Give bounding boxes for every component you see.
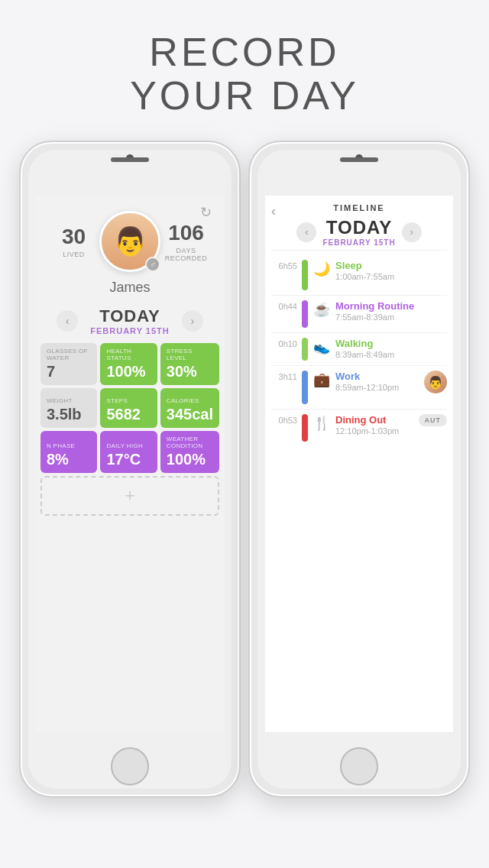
stat-water[interactable]: GLASSES OF WATER 7 (40, 343, 97, 385)
phone-inner-right: ‹ TIMELINE ‹ TODAY FEBRUARY 15TH › (257, 150, 461, 789)
entry-content-walking: Walking 8:39am-8:49am (335, 338, 447, 359)
work-icon: 💼 (313, 371, 331, 388)
add-tile[interactable]: + (40, 476, 219, 516)
list-item[interactable]: 0h44 ☕ Morning Routine 7:55am-8:39am (265, 296, 453, 332)
entry-content-morning: Morning Routine 7:55am-8:39am (335, 300, 447, 322)
right-phone: ‹ TIMELINE ‹ TODAY FEBRUARY 15TH › (248, 141, 470, 798)
auto-badge: AUT (419, 414, 448, 426)
prev-day-button[interactable]: ‹ (57, 310, 78, 332)
power-btn-left (239, 280, 241, 318)
walking-icon: 👟 (313, 338, 331, 355)
stat-calories[interactable]: CALORIES 345cal (160, 388, 219, 428)
stat-phase[interactable]: N PHASE 8% (40, 431, 97, 473)
gender-icon: ♂ (145, 257, 160, 272)
timeline-list: 6h55 🌙 Sleep 1:00am-7:55am 0h44 ☕ (265, 251, 453, 451)
home-button-right[interactable] (340, 747, 378, 785)
stat-stress[interactable]: STRESS LEVEL 30% (160, 343, 219, 385)
timeline-prev-button[interactable]: ‹ (296, 222, 316, 242)
entry-content-sleep: Sleep 1:00am-7:55am (335, 260, 447, 281)
refresh-button[interactable]: ↻ (195, 202, 216, 223)
speaker-left (111, 157, 149, 162)
dining-icon: 🍴 (313, 414, 331, 432)
entry-bar-dining (302, 414, 308, 442)
entry-content-dining: Dining Out 12:10pm-1:03pm (335, 414, 414, 436)
list-item[interactable]: 0h10 👟 Walking 8:39am-8:49am (265, 333, 453, 365)
entry-bar-morning (302, 300, 308, 328)
stat-recorded: 106 DAYS RECORDED (160, 221, 212, 262)
stat-daily-high[interactable]: DAILY HIGH 17°C (100, 431, 157, 473)
list-item[interactable]: 6h55 🌙 Sleep 1:00am-7:55am (265, 255, 453, 295)
back-button[interactable]: ‹ (271, 203, 276, 219)
stat-weather[interactable]: WEATHER CONDITION 100% (160, 431, 219, 473)
stat-lived: 30 LIVED (48, 225, 99, 258)
stat-health[interactable]: HEALTH STATUS 100% (100, 343, 157, 385)
entry-bar-sleep (302, 260, 308, 290)
today-nav: ‹ TODAY FEBRUARY 15TH › (36, 302, 224, 337)
volume-down-btn (19, 295, 21, 333)
entry-bar-walking (302, 338, 308, 361)
timeline-header: ‹ TIMELINE (265, 196, 453, 215)
stats-grid: GLASSES OF WATER 7 HEALTH STATUS 100% ST… (36, 337, 224, 476)
work-avatar: 👨 (424, 371, 447, 394)
entry-bar-work (302, 371, 308, 404)
phones-container: ↻ 30 LIVED 👨 ♂ (0, 141, 489, 798)
list-item[interactable]: 0h53 🍴 Dining Out 12:10pm-1:03pm AUT (265, 410, 453, 446)
list-item[interactable]: 3h11 💼 Work 8:59am-12:10pm 👨 (265, 366, 453, 409)
today-title: TODAY FEBRUARY 15TH (90, 306, 169, 335)
morning-icon: ☕ (313, 300, 331, 318)
volume-up-btn-right (248, 264, 250, 287)
left-phone: ↻ 30 LIVED 👨 ♂ (19, 141, 241, 798)
header-title: RECORD YOUR DAY (15, 31, 474, 118)
stat-steps[interactable]: STEPS 5682 (100, 388, 157, 428)
volume-down-btn-right (248, 295, 250, 333)
next-day-button[interactable]: › (182, 310, 203, 332)
stat-weight[interactable]: WEIGHT 3.5lb (40, 388, 97, 428)
timeline-next-button[interactable]: › (402, 222, 422, 242)
profile-name: James (36, 280, 224, 302)
timeline-today: TODAY FEBRUARY 15TH (322, 217, 395, 247)
left-screen: ↻ 30 LIVED 👨 ♂ (36, 196, 224, 732)
app-header: RECORD YOUR DAY (0, 0, 489, 141)
power-btn-right (468, 280, 470, 318)
home-button-left[interactable] (111, 747, 149, 785)
entry-content-work: Work 8:59am-12:10pm (335, 371, 419, 392)
right-screen: ‹ TIMELINE ‹ TODAY FEBRUARY 15TH › (265, 196, 453, 732)
phone-inner-left: ↻ 30 LIVED 👨 ♂ (28, 150, 232, 789)
timeline-today-nav: ‹ TODAY FEBRUARY 15TH › (265, 215, 453, 250)
sleep-icon: 🌙 (313, 260, 331, 277)
avatar-wrap: 👨 ♂ (99, 211, 160, 272)
volume-up-btn (19, 264, 21, 287)
speaker-right (340, 157, 378, 162)
